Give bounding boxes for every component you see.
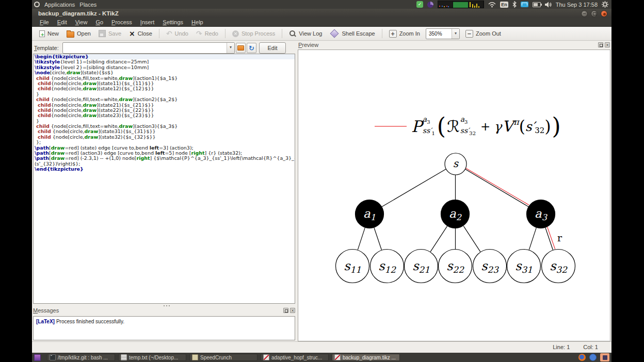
zoom-dropdown-arrow-icon[interactable]: ▾: [452, 29, 459, 39]
messages-float-button[interactable]: [283, 308, 288, 313]
taskbar-item[interactable]: adaptive_hopf_struc...: [261, 354, 329, 361]
template-reload-button[interactable]: ↻: [247, 43, 256, 53]
formula-red-line: [375, 126, 407, 127]
view-log-button[interactable]: View Log: [286, 29, 325, 38]
window-controls: [581, 10, 611, 17]
formula-V-sup-pi: π: [513, 117, 519, 127]
system-tray: [578, 353, 609, 361]
memory-graph: [453, 1, 468, 8]
template-combobox[interactable]: ▾: [62, 42, 235, 54]
formula-R-sub: ss′: [460, 126, 470, 135]
close-window-button[interactable]: [601, 10, 607, 17]
toolbar-separator: [159, 29, 159, 38]
top-panel: Applications Places ✓ En Thu Sep 3 17:58: [32, 0, 611, 9]
active-app-tray-icon[interactable]: [600, 353, 609, 361]
backup-status-icon[interactable]: ✓: [416, 1, 423, 8]
taskbar-item-label: /tmp/ktikz.git : bash ...: [58, 355, 108, 360]
zoom-out-button[interactable]: −Zoom Out: [462, 29, 504, 39]
code-editor[interactable]: \begin{tikzpicture}\tikzstyle{level 1}=[…: [33, 54, 295, 304]
toolbar-button-label: Zoom In: [399, 30, 420, 37]
wifi-icon[interactable]: [488, 2, 496, 8]
formula-plus: +: [480, 120, 490, 133]
taskbar-item[interactable]: temp.txt (~/Desktop...: [118, 354, 186, 361]
workspace-switcher-icon[interactable]: [34, 354, 41, 361]
formula-inner-rparen: ): [544, 119, 551, 135]
clock[interactable]: Thu Sep 3 17:58: [556, 2, 598, 8]
menu-process[interactable]: Process: [108, 19, 136, 26]
template-edit-button[interactable]: Edit: [259, 42, 286, 54]
firefox-icon[interactable]: [578, 354, 586, 361]
menu-view[interactable]: View: [72, 19, 91, 26]
undo-button: ↶Undo: [163, 29, 191, 38]
ktikz-icon: [263, 354, 269, 360]
taskbar: /tmp/ktikz.git : bash ...temp.txt (~/Des…: [32, 353, 611, 362]
system-monitor-applet[interactable]: [438, 1, 484, 8]
distributor-logo-icon[interactable]: [34, 2, 40, 7]
applications-menu[interactable]: Applications: [44, 2, 75, 8]
code-line: child{node[circle,draw](state23){$s_{23}…: [34, 113, 295, 118]
statusbar: Line: 1 Col: 1: [32, 341, 611, 352]
messages-output: [LaTeX]Process finished successfully.: [33, 316, 295, 340]
formula-R-indices: a3 ss′32: [460, 117, 476, 136]
redo-button: ↷Redo: [193, 29, 221, 38]
places-menu[interactable]: Places: [79, 2, 96, 8]
stop-process-button: ×Stop Process: [229, 29, 278, 38]
zoom-level-combo[interactable]: 350%▾: [426, 28, 460, 39]
toolbar-button-label: New: [47, 30, 59, 37]
template-dropdown-arrow-icon[interactable]: ▾: [227, 43, 234, 53]
taskbar-item[interactable]: /tmp/ktikz.git : bash ...: [47, 354, 115, 361]
keyboard-layout-indicator[interactable]: En: [500, 2, 508, 8]
shell-escape-button[interactable]: Shell Escape: [327, 28, 378, 39]
new-button[interactable]: +New: [36, 29, 62, 38]
taskbar-item-label: adaptive_hopf_struc...: [271, 355, 322, 360]
open-button[interactable]: Open: [63, 29, 94, 39]
volume-icon[interactable]: [545, 2, 552, 8]
tree-edge: [430, 226, 447, 252]
toolbar-button-label: Close: [138, 30, 152, 37]
maximize-button[interactable]: [591, 10, 598, 17]
editor-messages-splitter[interactable]: [33, 304, 295, 307]
formula-R: ℛ: [447, 119, 460, 135]
splitter-handle-icon: [164, 305, 165, 306]
minimize-button[interactable]: [581, 10, 588, 17]
taskbar-item[interactable]: SpeedCrunch: [189, 354, 257, 361]
formula-P-sub-sub: 1: [431, 130, 434, 136]
template-open-button[interactable]: [236, 43, 246, 53]
menu-go[interactable]: Go: [92, 19, 107, 26]
battery-icon[interactable]: [533, 2, 541, 7]
template-label: Template:: [34, 45, 62, 51]
menu-help[interactable]: Help: [188, 19, 207, 26]
formula-inner-lparen: (: [519, 119, 525, 135]
reload-icon: ↻: [249, 45, 254, 52]
menu-settings[interactable]: Settings: [159, 19, 187, 26]
code-line: child {node[circle,draw](state32){$s_{32…: [34, 135, 295, 140]
taskbar-item[interactable]: backup_diagram.tikz ...: [332, 354, 400, 361]
reward-label: r: [557, 232, 562, 243]
zoom-in-button[interactable]: +Zoom In: [386, 29, 423, 39]
backup-diagram: sa1a2a3s11s12s21s22s23s31s32r: [298, 50, 610, 341]
menu-insert[interactable]: Insert: [137, 19, 158, 26]
preview-close-button[interactable]: ×: [605, 42, 610, 47]
zoomout-icon: −: [465, 30, 473, 38]
folder-icon: [237, 45, 244, 51]
menu-edit[interactable]: Edit: [54, 19, 71, 26]
network-graph: [469, 1, 484, 8]
toolbar: +NewOpenSave×Close↶Undo↷Redo×Stop Proces…: [32, 27, 611, 41]
backup-path-edge: [464, 167, 529, 205]
formula-P: P: [411, 119, 422, 135]
zoom-level-value: 350%: [426, 31, 452, 37]
viewlog-icon: [289, 30, 296, 37]
preview-float-button[interactable]: [598, 42, 603, 47]
desktop-tray-icon[interactable]: [589, 354, 597, 361]
time-tracker-icon[interactable]: [427, 2, 433, 8]
template-value: [63, 43, 227, 53]
formula-gamma: γ: [494, 119, 502, 134]
bluetooth-icon[interactable]: [512, 1, 517, 8]
close-button[interactable]: ×Close: [126, 29, 155, 38]
formula-P-indices: a3 ss′1: [423, 117, 435, 136]
mail-icon[interactable]: [521, 2, 528, 7]
session-gear-icon[interactable]: [602, 1, 608, 8]
messages-close-button[interactable]: ×: [290, 308, 295, 313]
menu-file[interactable]: File: [36, 19, 53, 26]
redo-icon: ↷: [196, 30, 202, 37]
